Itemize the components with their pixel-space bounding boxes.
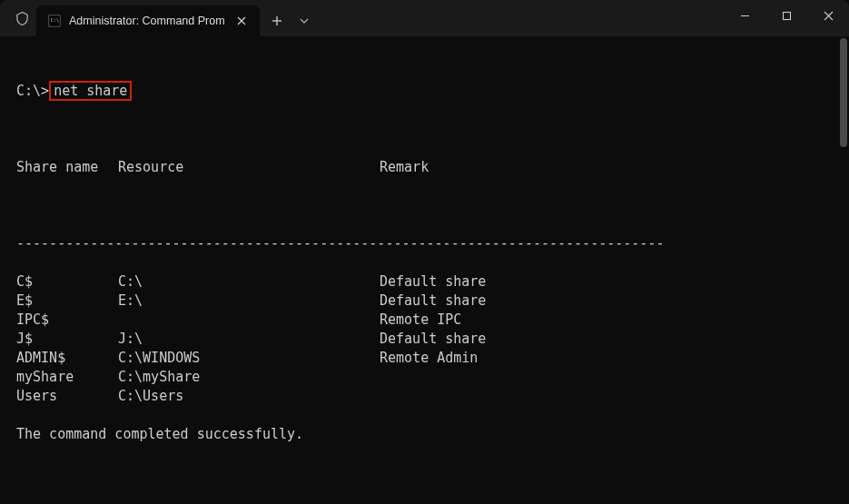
titlebar: C:\ Administrator: Command Prom: [0, 0, 849, 36]
cell-share: myShare: [16, 368, 118, 387]
cell-resource: E:\: [118, 292, 380, 311]
table-row: myShareC:\myShare: [16, 368, 833, 387]
window-controls: [724, 0, 849, 31]
terminal-output[interactable]: C:\>net share Share nameResourceRemark -…: [0, 36, 849, 504]
table-row: J$J:\Default share: [16, 330, 833, 349]
tab-title: Administrator: Command Prom: [69, 15, 225, 27]
cell-resource: C:\Users: [118, 387, 380, 406]
cell-resource: J:\: [118, 330, 380, 349]
tab-dropdown-button[interactable]: [292, 5, 316, 36]
cell-remark: Default share: [380, 272, 833, 292]
cell-share: E$: [16, 292, 118, 311]
close-window-button[interactable]: [807, 0, 849, 31]
prompt: C:\>: [16, 83, 49, 99]
cell-remark: [380, 368, 833, 387]
cell-remark: Remote IPC: [380, 311, 833, 330]
svg-rect-8: [783, 12, 790, 19]
table-row: IPC$Remote IPC: [16, 311, 833, 330]
new-tab-button[interactable]: [262, 5, 292, 36]
cell-remark: Remote Admin: [380, 349, 833, 368]
table-header: Share nameResourceRemark: [16, 158, 833, 177]
table-row: E$E:\Default share: [16, 292, 833, 311]
minimize-button[interactable]: [724, 0, 765, 31]
cell-remark: Default share: [380, 292, 833, 311]
table-row: UsersC:\Users: [16, 387, 833, 406]
cell-resource: C:\: [118, 272, 380, 292]
cell-resource: C:\WINDOWS: [118, 349, 380, 368]
close-tab-button[interactable]: [232, 12, 251, 30]
table-row: C$C:\Default share: [16, 272, 833, 292]
cell-share: J$: [16, 330, 118, 349]
cell-share: Users: [16, 387, 118, 406]
cell-remark: [380, 387, 833, 406]
tab-terminal[interactable]: C:\ Administrator: Command Prom: [36, 5, 260, 36]
shield-icon: [13, 9, 31, 27]
cell-share: ADMIN$: [16, 349, 118, 368]
divider-line: ----------------------------------------…: [16, 234, 833, 253]
cell-resource: C:\myShare: [118, 368, 380, 387]
cell-share: IPC$: [16, 311, 118, 330]
table-row: ADMIN$C:\WINDOWSRemote Admin: [16, 349, 833, 368]
command-highlight: net share: [49, 81, 132, 101]
svg-text:C:\: C:\: [51, 17, 59, 23]
maximize-button[interactable]: [765, 0, 807, 31]
col-header-resource: Resource: [118, 158, 380, 177]
cell-remark: Default share: [380, 330, 833, 349]
completed-message: The command completed successfully.: [16, 425, 833, 444]
cell-share: C$: [16, 272, 118, 292]
cmd-icon: C:\: [47, 14, 62, 28]
col-header-remark: Remark: [380, 158, 833, 177]
col-header-share: Share name: [16, 158, 118, 177]
cell-resource: [118, 311, 380, 330]
